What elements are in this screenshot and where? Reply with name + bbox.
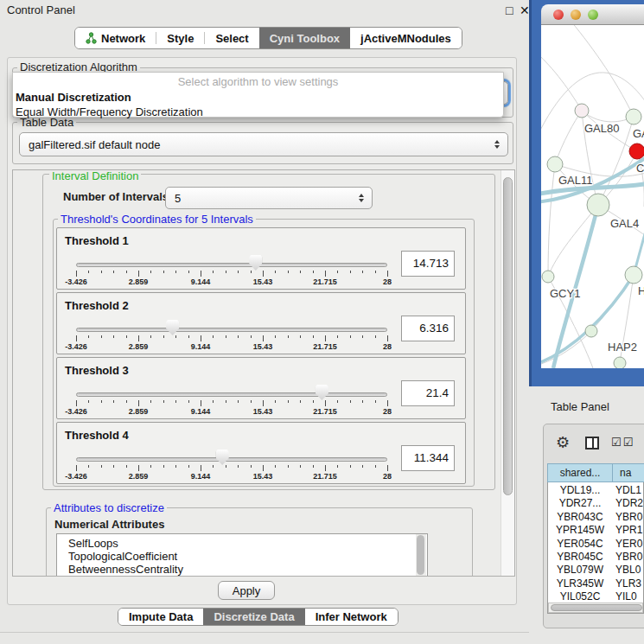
table-row-name[interactable]: YPR1 — [615, 524, 642, 536]
table-row-shared-name[interactable]: YIL052C — [547, 590, 613, 603]
slider-tick — [251, 335, 252, 338]
node-label-gal80: GAL80 — [584, 122, 619, 135]
table-row-shared-name[interactable]: YDR27... — [547, 497, 613, 509]
slider-tick-label: 21.715 — [313, 407, 337, 416]
slider-tick — [163, 400, 164, 403]
slider-tick — [263, 271, 264, 277]
dropdown-option-manual-discretization[interactable]: Manual Discretization — [13, 90, 503, 105]
tab-infer-network[interactable]: Infer Network — [305, 609, 398, 625]
table-row-name[interactable]: YDR2 — [615, 497, 643, 509]
threshold-value-field[interactable]: 6.316 — [401, 316, 455, 341]
vertical-scrollbar[interactable] — [501, 170, 515, 577]
slider-thumb[interactable] — [216, 450, 229, 465]
table-row-shared-name[interactable]: YBR045C — [547, 551, 613, 563]
list-scrollbar[interactable] — [416, 534, 426, 577]
node-label-gal: GAL — [633, 127, 644, 140]
column-layout-icon[interactable] — [585, 437, 599, 450]
tab-cyni-toolbox[interactable]: Cyni Toolbox — [259, 28, 350, 48]
table-row-name[interactable]: YIL0 — [615, 590, 637, 603]
tab-jactivemnodules[interactable]: jActiveMNodules — [350, 28, 462, 48]
slider-track[interactable] — [76, 263, 387, 267]
network-node[interactable] — [542, 271, 554, 283]
network-node[interactable] — [626, 109, 641, 124]
slider-thumb[interactable] — [316, 385, 328, 400]
slider-track[interactable] — [76, 328, 387, 332]
tab-discretize-data[interactable]: Discretize Data — [203, 609, 304, 625]
slider-tick — [362, 271, 363, 273]
close-icon[interactable]: ✕ — [520, 3, 530, 17]
network-node[interactable] — [629, 143, 644, 159]
tab-impute-data[interactable]: Impute Data — [118, 609, 203, 625]
float-window-icon[interactable]: □ — [506, 3, 513, 17]
tab-network[interactable]: Network — [75, 28, 156, 48]
network-window-titlebar[interactable] — [541, 4, 644, 25]
attribute-item-selfloops[interactable]: SelfLoops — [57, 537, 427, 550]
table-row-name[interactable]: YBL0 — [615, 564, 641, 576]
table-row-name[interactable]: YBR0 — [615, 551, 642, 563]
tab-select[interactable]: Select — [205, 28, 258, 48]
slider-tick — [175, 465, 176, 468]
horizontal-scrollbar-thumb[interactable] — [551, 604, 642, 611]
attribute-item-topologicalcoefficient[interactable]: TopologicalCoefficient — [57, 550, 427, 563]
slider-tick — [325, 465, 326, 471]
network-node[interactable] — [585, 325, 597, 337]
slider-tick-label: 28 — [383, 407, 392, 416]
node-label-gcy1: GCY1 — [550, 287, 580, 300]
table-row-name[interactable]: YDL1 — [615, 484, 641, 496]
vertical-scrollbar-thumb[interactable] — [503, 177, 513, 495]
slider-tick-label: 28 — [383, 342, 392, 351]
threshold-value-field[interactable]: 11.344 — [401, 445, 455, 471]
slider-tick — [88, 271, 89, 273]
screen: Control Panel □ ✕ NetworkStyleSelectCyni… — [0, 0, 644, 644]
network-node[interactable] — [547, 156, 563, 172]
table-row-shared-name[interactable]: YDL19... — [547, 484, 613, 496]
slider-tick — [188, 400, 189, 403]
slider-tick — [313, 465, 314, 468]
number-of-intervals-combo[interactable]: 5 — [165, 187, 373, 209]
close-traffic-light-icon[interactable] — [553, 10, 564, 20]
slider-track[interactable] — [76, 392, 387, 397]
slider-tick — [113, 271, 114, 273]
list-scrollbar-thumb[interactable] — [417, 535, 424, 575]
apply-button[interactable]: Apply — [218, 581, 275, 600]
thresholds-group-title: Threshold's Coordinates for 5 Intervals — [58, 214, 256, 225]
dropdown-option-equal-width-frequency-discretization[interactable]: Equal Width/Frequency Discretization — [13, 105, 503, 119]
node-label-gal11: GAL11 — [558, 174, 593, 187]
table-header-name[interactable]: na — [612, 463, 644, 482]
slider-thumb[interactable] — [249, 255, 262, 271]
slider-tick — [275, 400, 276, 403]
checkbox-columns-icon[interactable]: ☑☑ — [611, 436, 634, 449]
slider-tick — [76, 400, 77, 406]
slider-tick — [288, 400, 289, 403]
slider-tick — [275, 465, 276, 468]
control-panel-tabbar: NetworkStyleSelectCyni ToolboxjActiveMNo… — [74, 27, 462, 49]
gear-icon[interactable]: ⚙ — [556, 433, 570, 452]
table-row-shared-name[interactable]: YLR345W — [547, 577, 613, 590]
table-row-name[interactable]: YBR0 — [615, 511, 642, 523]
minimize-traffic-light-icon[interactable] — [571, 10, 581, 20]
attribute-item-betweennesscentrality[interactable]: BetweennessCentrality — [57, 563, 427, 576]
network-canvas[interactable]: GAL80GALCGAL11GAL4GCY1HHAP2 — [541, 25, 644, 368]
zoom-traffic-light-icon[interactable] — [588, 10, 598, 20]
slider-tick — [313, 335, 314, 338]
slider-tick — [288, 335, 289, 338]
table-header-shared-name[interactable]: shared... — [547, 463, 613, 482]
table-row-name[interactable]: YLR3 — [615, 577, 641, 590]
table-data-combo[interactable]: galFiltered.sif default node — [19, 132, 508, 156]
slider-track[interactable] — [76, 457, 387, 462]
table-row-name[interactable]: YER0 — [615, 538, 642, 550]
threshold-value-field[interactable]: 21.4 — [401, 380, 455, 406]
table-row-shared-name[interactable]: YER054C — [547, 538, 613, 550]
threshold-value-field[interactable]: 14.713 — [401, 251, 455, 277]
table-row-shared-name[interactable]: YPR145W — [547, 524, 613, 536]
tab-style[interactable]: Style — [156, 28, 204, 48]
table-row-shared-name[interactable]: YBR043C — [547, 511, 613, 523]
slider-tick-label: 15.43 — [253, 407, 273, 416]
slider-thumb[interactable] — [166, 320, 179, 335]
horizontal-scrollbar[interactable] — [548, 603, 643, 613]
network-node[interactable] — [614, 357, 626, 368]
network-node[interactable] — [625, 266, 642, 284]
network-node[interactable] — [587, 194, 609, 216]
table-row-shared-name[interactable]: YBL079W — [547, 564, 613, 576]
network-node[interactable] — [575, 104, 589, 118]
